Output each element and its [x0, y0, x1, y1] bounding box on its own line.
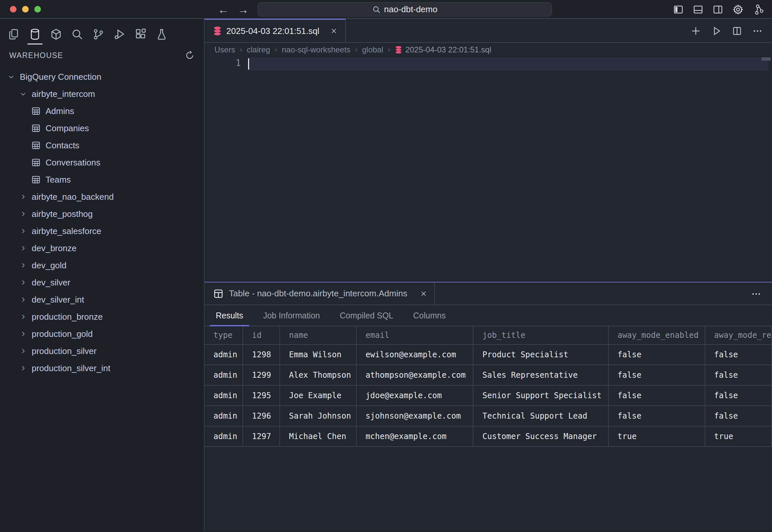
- cell-job_title[interactable]: Senior Support Specialist: [473, 385, 609, 406]
- column-header-email[interactable]: email: [356, 326, 473, 344]
- close-tab-icon[interactable]: [330, 27, 338, 35]
- cell-away_mode_enabled[interactable]: false: [609, 406, 705, 426]
- cell-id[interactable]: 1297: [243, 426, 280, 447]
- split-editor-icon[interactable]: [731, 25, 743, 37]
- cell-name[interactable]: Michael Chen: [280, 426, 356, 447]
- column-header-away_mode_enabled[interactable]: away_mode_enabled: [609, 326, 705, 344]
- column-header-type[interactable]: type: [205, 326, 243, 344]
- tree-item-dev-gold[interactable]: dev_gold: [0, 257, 204, 274]
- tree-item-dev-silver-int[interactable]: dev_silver_int: [0, 291, 204, 308]
- breadcrumb-item[interactable]: nao-sql-worksheets: [282, 45, 350, 54]
- cell-away_mode_re[interactable]: false: [705, 365, 772, 385]
- tree-item-airbyte-posthog[interactable]: airbyte_posthog: [0, 205, 204, 222]
- new-worksheet-icon[interactable]: [690, 25, 702, 37]
- close-panel-tab-icon[interactable]: [420, 290, 428, 298]
- cell-email[interactable]: jdoe@example.com: [356, 385, 473, 406]
- cell-away_mode_re[interactable]: false: [705, 344, 772, 365]
- toggle-left-sidebar-icon[interactable]: [672, 4, 684, 15]
- column-header-name[interactable]: name: [280, 326, 356, 344]
- editor-scrollbar[interactable]: [761, 57, 771, 61]
- debug-run-icon[interactable]: [111, 24, 128, 44]
- column-header-id[interactable]: id: [243, 326, 280, 344]
- refresh-icon[interactable]: [184, 50, 195, 61]
- tree-item-dev-bronze[interactable]: dev_bronze: [0, 240, 204, 257]
- cell-id[interactable]: 1295: [243, 385, 280, 406]
- tree-item-companies[interactable]: Companies: [0, 120, 204, 137]
- run-icon[interactable]: [711, 25, 723, 37]
- cell-away_mode_enabled[interactable]: true: [609, 426, 705, 447]
- fork-icon[interactable]: [752, 4, 764, 15]
- tree-item-production-silver-int[interactable]: production_silver_int: [0, 360, 204, 377]
- cell-away_mode_re[interactable]: true: [705, 426, 772, 447]
- cell-job_title[interactable]: Sales Representative: [473, 365, 609, 385]
- cell-name[interactable]: Joe Example: [280, 385, 356, 406]
- zoom-window-button[interactable]: [34, 6, 41, 13]
- subtab-compiled-sql[interactable]: Compiled SQL: [339, 305, 395, 326]
- tree-item-production-bronze[interactable]: production_bronze: [0, 308, 204, 325]
- tree-item-conversations[interactable]: Conversations: [0, 154, 204, 171]
- panel-tab-table-admins[interactable]: Table - nao-dbt-demo.airbyte_intercom.Ad…: [205, 282, 435, 305]
- column-header-away_mode_re[interactable]: away_mode_re: [705, 326, 772, 344]
- tree-item-production-gold[interactable]: production_gold: [0, 325, 204, 342]
- cell-name[interactable]: Sarah Johnson: [280, 406, 356, 426]
- cell-id[interactable]: 1296: [243, 406, 280, 426]
- cell-away_mode_enabled[interactable]: false: [609, 385, 705, 406]
- cell-away_mode_enabled[interactable]: false: [609, 344, 705, 365]
- breadcrumb-item[interactable]: Users: [215, 45, 235, 54]
- cell-email[interactable]: mchen@example.com: [356, 426, 473, 447]
- close-window-button[interactable]: [10, 6, 16, 13]
- cell-id[interactable]: 1299: [243, 365, 280, 385]
- cell-email[interactable]: sjohnson@example.com: [356, 406, 473, 426]
- tree-item-bigquery-connection[interactable]: BigQuery Connection: [0, 68, 204, 85]
- source-control-icon[interactable]: [90, 24, 107, 44]
- subtab-results[interactable]: Results: [215, 305, 245, 326]
- cell-email[interactable]: athompson@example.com: [356, 365, 473, 385]
- tree-item-airbyte-salesforce[interactable]: airbyte_salesforce: [0, 222, 204, 240]
- cell-job_title[interactable]: Customer Success Manager: [473, 426, 609, 447]
- cell-type[interactable]: admin: [205, 406, 243, 426]
- cell-email[interactable]: ewilson@example.com: [356, 344, 473, 365]
- cell-type[interactable]: admin: [205, 344, 243, 365]
- subtab-job-information[interactable]: Job Information: [262, 305, 321, 326]
- toggle-right-sidebar-icon[interactable]: [712, 4, 724, 15]
- tree-item-teams[interactable]: Teams: [0, 171, 204, 188]
- toggle-bottom-panel-icon[interactable]: [692, 4, 704, 15]
- breadcrumb-item[interactable]: claireg: [247, 45, 270, 54]
- cell-name[interactable]: Alex Thompson: [280, 365, 356, 385]
- database-icon[interactable]: [26, 24, 44, 44]
- tree-item-production-silver[interactable]: production_silver: [0, 342, 204, 360]
- forward-button[interactable]: →: [238, 4, 249, 15]
- back-button[interactable]: ←: [218, 4, 229, 15]
- column-header-job_title[interactable]: job_title: [473, 326, 609, 344]
- cell-type[interactable]: admin: [205, 365, 243, 385]
- tree-item-airbyte-nao-backend[interactable]: airbyte_nao_backend: [0, 188, 204, 205]
- tree-item-admins[interactable]: Admins: [0, 103, 204, 120]
- more-actions-icon[interactable]: [752, 25, 763, 37]
- cell-away_mode_re[interactable]: false: [705, 406, 772, 426]
- search-sidebar-icon[interactable]: [69, 24, 86, 44]
- cell-id[interactable]: 1298: [243, 344, 280, 365]
- tree-item-contacts[interactable]: Contacts: [0, 137, 204, 154]
- cell-type[interactable]: admin: [205, 426, 243, 447]
- files-icon[interactable]: [5, 24, 22, 44]
- code-editor[interactable]: 1: [205, 57, 772, 282]
- tree-item-airbyte-intercom[interactable]: airbyte_intercom: [0, 85, 204, 103]
- editor-tab-sql-worksheet[interactable]: 2025-04-03 22:01:51.sql: [205, 19, 346, 42]
- cell-name[interactable]: Emma Wilson: [280, 344, 356, 365]
- cell-job_title[interactable]: Technical Support Lead: [473, 406, 609, 426]
- cell-type[interactable]: admin: [205, 385, 243, 406]
- test-beaker-icon[interactable]: [153, 24, 170, 44]
- breadcrumb-item[interactable]: global: [362, 45, 383, 54]
- package-icon[interactable]: [47, 24, 65, 44]
- minimize-window-button[interactable]: [22, 6, 29, 13]
- cell-job_title[interactable]: Product Specialist: [473, 344, 609, 365]
- subtab-columns[interactable]: Columns: [412, 305, 447, 326]
- cell-away_mode_re[interactable]: false: [705, 385, 772, 406]
- extensions-icon[interactable]: [132, 24, 149, 44]
- tree-item-dev-silver[interactable]: dev_silver: [0, 274, 204, 291]
- cell-away_mode_enabled[interactable]: false: [609, 365, 705, 385]
- settings-gear-icon[interactable]: [732, 3, 744, 16]
- command-center-search[interactable]: nao-dbt-demo: [258, 2, 552, 16]
- breadcrumb-item-file[interactable]: 2025-04-03 22:01:51.sql: [395, 45, 491, 54]
- panel-more-actions-icon[interactable]: [750, 282, 762, 305]
